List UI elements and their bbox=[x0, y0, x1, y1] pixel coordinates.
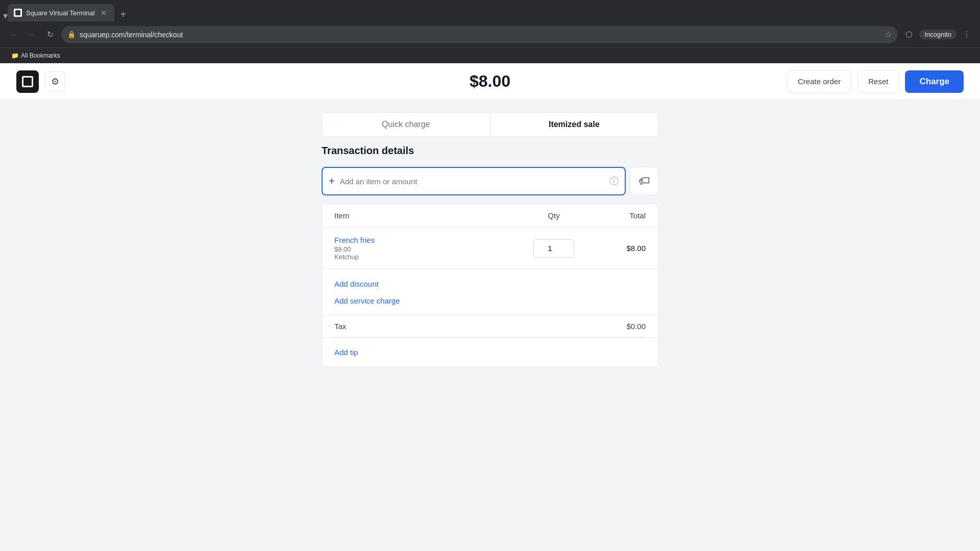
incognito-label: Incognito bbox=[924, 31, 951, 38]
tab-bar: ▾ Square Virtual Terminal ✕ + bbox=[0, 0, 980, 21]
item-name-link[interactable]: French fries bbox=[334, 236, 523, 244]
active-tab[interactable]: Square Virtual Terminal ✕ bbox=[8, 4, 114, 21]
item-input-row: + ⓘ 🏷 bbox=[322, 167, 658, 195]
charge-button[interactable]: Charge bbox=[905, 70, 964, 93]
item-price: $8.00 bbox=[334, 245, 523, 253]
bookmarks-folder-icon: 📁 bbox=[11, 52, 19, 59]
square-logo bbox=[16, 70, 39, 93]
settings-btn[interactable]: ⚙ bbox=[45, 71, 65, 92]
col-total-header: Total bbox=[584, 211, 646, 220]
coupon-icon: 🏷 bbox=[639, 174, 650, 188]
add-tip-btn[interactable]: Add tip bbox=[334, 344, 358, 361]
transaction-section: Transaction details bbox=[322, 145, 658, 159]
lock-icon: 🔒 bbox=[67, 31, 76, 38]
item-modifier: Ketchup bbox=[334, 253, 523, 261]
info-icon[interactable]: ⓘ bbox=[609, 175, 619, 187]
bookmarks-label: All Bookmarks bbox=[21, 52, 60, 59]
tab-quick-charge[interactable]: Quick charge bbox=[322, 113, 491, 136]
url-display: squaruep.com/terminal/checkout bbox=[80, 31, 880, 39]
checkout-container: Quick charge Itemized sale Transaction d… bbox=[322, 112, 658, 539]
bookmarks-bar: 📁 All Bookmarks bbox=[0, 48, 980, 63]
address-bar: ← → ↻ 🔒 squaruep.com/terminal/checkout ☆… bbox=[0, 21, 980, 48]
add-service-charge-btn[interactable]: Add service charge bbox=[334, 292, 400, 309]
address-input[interactable]: 🔒 squaruep.com/terminal/checkout ☆ bbox=[61, 26, 898, 43]
table-row: French fries $8.00 Ketchup $8.00 bbox=[322, 228, 658, 269]
tax-label: Tax bbox=[334, 322, 346, 331]
create-order-button[interactable]: Create order bbox=[787, 70, 851, 93]
gear-icon: ⚙ bbox=[51, 76, 59, 87]
coupon-btn[interactable]: 🏷 bbox=[630, 167, 658, 195]
add-tip-section: Add tip bbox=[322, 337, 658, 367]
header-actions: Create order Reset Charge bbox=[787, 70, 964, 93]
col-qty-header: Qty bbox=[523, 211, 584, 220]
items-table: Item Qty Total French fries $8.00 Ketchu… bbox=[322, 204, 658, 367]
item-input-wrap[interactable]: + ⓘ bbox=[322, 167, 626, 195]
tax-value: $0.00 bbox=[626, 322, 646, 331]
section-title: Transaction details bbox=[322, 145, 658, 157]
row-total: $8.00 bbox=[584, 244, 646, 253]
tab-switcher: Quick charge Itemized sale bbox=[322, 112, 658, 137]
qty-input[interactable] bbox=[533, 239, 574, 258]
add-icon: + bbox=[329, 176, 335, 187]
tab-dropdown-btn[interactable]: ▾ bbox=[3, 10, 8, 21]
item-input-field[interactable] bbox=[340, 177, 604, 186]
extensions-btn[interactable]: ⬡ bbox=[902, 28, 916, 42]
table-footer: Add discount Add service charge bbox=[322, 269, 658, 315]
new-tab-btn[interactable]: + bbox=[116, 7, 131, 21]
tab-title: Square Virtual Terminal bbox=[26, 9, 95, 17]
row-item-info: French fries $8.00 Ketchup bbox=[334, 236, 523, 261]
bookmark-star-icon[interactable]: ☆ bbox=[885, 30, 892, 39]
back-btn[interactable]: ← bbox=[6, 28, 20, 42]
add-discount-btn[interactable]: Add discount bbox=[334, 276, 379, 292]
bookmarks-all[interactable]: 📁 All Bookmarks bbox=[8, 51, 63, 60]
forward-btn[interactable]: → bbox=[24, 28, 39, 42]
profile-btn[interactable]: Incognito bbox=[919, 30, 957, 39]
browser-menu-btn[interactable]: ⋮ bbox=[960, 28, 974, 42]
app-header: ⚙ $8.00 Create order Reset Charge bbox=[0, 63, 980, 100]
reset-button[interactable]: Reset bbox=[857, 70, 899, 93]
main-content: Quick charge Itemized sale Transaction d… bbox=[0, 100, 980, 551]
tax-row: Tax $0.00 bbox=[322, 315, 658, 337]
tab-itemized-sale[interactable]: Itemized sale bbox=[491, 113, 658, 136]
total-amount: $8.00 bbox=[470, 72, 510, 91]
close-tab-btn[interactable]: ✕ bbox=[99, 8, 108, 17]
tab-favicon bbox=[14, 9, 22, 17]
table-header: Item Qty Total bbox=[322, 204, 658, 228]
browser-actions: ⬡ Incognito ⋮ bbox=[902, 28, 974, 42]
page-content: ⚙ $8.00 Create order Reset Charge Quick … bbox=[0, 63, 980, 551]
refresh-btn[interactable]: ↻ bbox=[43, 28, 57, 42]
col-item-header: Item bbox=[334, 211, 523, 220]
